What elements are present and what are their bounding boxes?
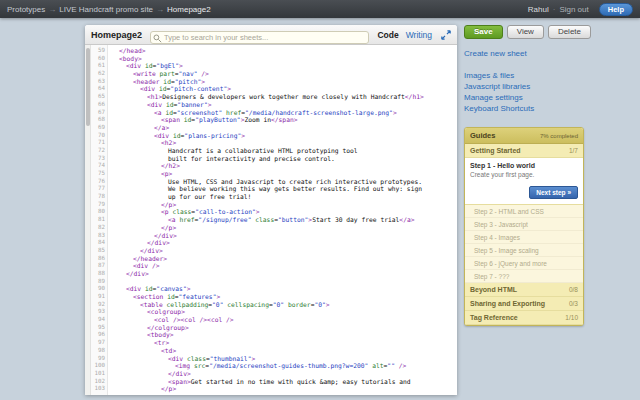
code-line[interactable]: 73built for interactivity and precise co… — [91, 155, 457, 163]
line-number: 102 — [91, 378, 108, 386]
fullscreen-icon[interactable] — [441, 30, 451, 40]
code-line[interactable]: 74</h2> — [91, 162, 457, 170]
line-number: 97 — [91, 339, 108, 347]
guide-section-count: 1/10 — [565, 314, 578, 321]
code-line[interactable]: 84</div> — [91, 239, 457, 247]
breadcrumb-item[interactable]: Homepage2 — [167, 5, 211, 14]
code-line[interactable]: 99<div class="thumbnail"> — [91, 355, 457, 363]
code-line[interactable]: 80<p class="call-to-action"> — [91, 208, 457, 216]
guide-step[interactable]: Step 5 - Image scaling — [465, 244, 583, 257]
code-line[interactable]: 93<colgroup> — [91, 308, 457, 316]
guide-step[interactable]: Step 6 - jQuery and more — [465, 257, 583, 270]
guides-progress: 7% completed — [540, 133, 578, 139]
line-number: 80 — [91, 208, 108, 216]
code-line[interactable]: 101</div> — [91, 370, 457, 378]
code-line[interactable]: 94<col /><col /><col /> — [91, 316, 457, 324]
code-line[interactable]: 92<table cellpadding="0" cellspacing="0"… — [91, 301, 457, 309]
line-number: 78 — [91, 193, 108, 201]
guide-section[interactable]: Sharing and Exporting0/3 — [465, 297, 583, 311]
code-line[interactable]: 61<div id="bgEl"> — [91, 62, 457, 70]
create-new-sheet-link[interactable]: Create new sheet — [464, 49, 588, 58]
sidebar-link[interactable]: Images & files — [464, 70, 588, 81]
next-step-button[interactable]: Next step » — [529, 186, 578, 199]
code-line[interactable]: 62<write part="nav" /> — [91, 70, 457, 78]
topbar: Prototypes→LIVE Handcraft promo site→Hom… — [0, 0, 640, 18]
code-line[interactable]: 76Use HTML, CSS and Javascript to create… — [91, 178, 457, 186]
code-line[interactable]: 69</a> — [91, 124, 457, 132]
code-line[interactable]: 71<h2> — [91, 139, 457, 147]
code-line[interactable]: 64<div id="pitch-content"> — [91, 85, 457, 93]
code-line[interactable]: 70<div id="plans-pricing"> — [91, 132, 457, 140]
guide-section[interactable]: Beyond HTML0/8 — [465, 283, 583, 297]
code-line[interactable]: 67<a id="screenshot" href="/media/handcr… — [91, 109, 457, 117]
editor-body: 59</head>60<body>61<div id="bgEl">62<wri… — [85, 45, 457, 395]
guide-step[interactable]: Step 4 - Images — [465, 231, 583, 244]
delete-button[interactable]: Delete — [548, 25, 591, 39]
code-line[interactable]: 91<section id="features"> — [91, 293, 457, 301]
tab-writing[interactable]: Writing — [406, 30, 432, 40]
search-box — [150, 26, 369, 44]
code-line[interactable]: 86</header> — [91, 255, 457, 263]
breadcrumb-item[interactable]: Prototypes — [7, 5, 45, 14]
line-number: 63 — [91, 78, 108, 86]
scrollbar-thumb[interactable] — [86, 48, 90, 126]
line-number: 72 — [91, 147, 108, 155]
guide-step-active[interactable]: Step 1 - Hello worldCreate your first pa… — [465, 158, 583, 205]
guide-step[interactable]: Step 7 - ??? — [465, 270, 583, 283]
sidebar-link[interactable]: Manage settings — [464, 92, 588, 103]
code-line[interactable]: 79</p> — [91, 201, 457, 209]
code-line[interactable]: 59</head> — [91, 47, 457, 55]
signout-link[interactable]: Sign out — [559, 5, 588, 14]
code-line[interactable]: 82</p> — [91, 224, 457, 232]
guide-section-count: 1/7 — [569, 147, 578, 154]
code-line[interactable]: 65<h1>Designers & developers work togeth… — [91, 93, 457, 101]
code-line[interactable]: 63<header id="pitch"> — [91, 78, 457, 86]
guide-step[interactable]: Step 3 - Javascript — [465, 218, 583, 231]
code-line[interactable]: 68<span id="playButton">Zoom in</span> — [91, 116, 457, 124]
code-line[interactable]: 75<p> — [91, 170, 457, 178]
breadcrumb-item[interactable]: LIVE Handcraft promo site — [59, 5, 153, 14]
code-line[interactable]: 102<span>Get started in no time with qui… — [91, 378, 457, 386]
code-line[interactable]: 95</colgroup> — [91, 324, 457, 332]
view-button[interactable]: View — [507, 25, 544, 39]
code-line[interactable]: 90<div id="canvas"> — [91, 285, 457, 293]
sheet-title: Homepage2 — [91, 30, 142, 40]
code-line[interactable]: 89 — [91, 278, 457, 286]
breadcrumb-separator: → — [48, 5, 56, 14]
line-number: 86 — [91, 255, 108, 263]
guide-step[interactable]: Step 2 - HTML and CSS — [465, 205, 583, 218]
code-line[interactable]: 83</div> — [91, 232, 457, 240]
code-line[interactable]: 88</div> — [91, 270, 457, 278]
tab-code[interactable]: Code — [377, 30, 398, 40]
code-line[interactable]: 81<a href="/signup/free" class="button">… — [91, 216, 457, 224]
save-button[interactable]: Save — [464, 25, 503, 39]
sidebar-link[interactable]: Javascript libraries — [464, 81, 588, 92]
help-button[interactable]: Help — [599, 3, 633, 16]
code-line[interactable]: 78up for our free trial! — [91, 193, 457, 201]
line-number: 66 — [91, 101, 108, 109]
code-line[interactable]: 100<img src="/media/screenshot-guides-th… — [91, 362, 457, 370]
code-area[interactable]: 59</head>60<body>61<div id="bgEl">62<wri… — [91, 47, 457, 395]
code-line[interactable]: 98<td> — [91, 347, 457, 355]
line-number: 83 — [91, 232, 108, 240]
code-line[interactable]: 77We believe working this way gets bette… — [91, 185, 457, 193]
line-number: 96 — [91, 331, 108, 339]
line-number: 100 — [91, 362, 108, 370]
line-number: 70 — [91, 132, 108, 140]
guide-section[interactable]: Tag Reference1/10 — [465, 311, 583, 325]
code-line[interactable]: 87<div /> — [91, 262, 457, 270]
search-input[interactable] — [150, 31, 369, 44]
guide-section[interactable]: Getting Started1/7 — [465, 144, 583, 158]
code-line[interactable]: 103</p> — [91, 385, 457, 393]
line-number: 67 — [91, 109, 108, 117]
code-line[interactable]: 72Handcraft is a collaborative HTML prot… — [91, 147, 457, 155]
sidebar-link[interactable]: Keyboard Shortcuts — [464, 103, 588, 114]
code-line[interactable]: 85</div> — [91, 247, 457, 255]
code-line[interactable]: 60<body> — [91, 55, 457, 63]
line-number: 91 — [91, 293, 108, 301]
code-line[interactable]: 96<tbody> — [91, 331, 457, 339]
code-line[interactable]: 66<div id="banner"> — [91, 101, 457, 109]
user-link[interactable]: Rahul — [528, 5, 549, 14]
code-line[interactable]: 97<tr> — [91, 339, 457, 347]
guides-panel: Guides 7% completed Getting Started1/7St… — [464, 127, 584, 326]
